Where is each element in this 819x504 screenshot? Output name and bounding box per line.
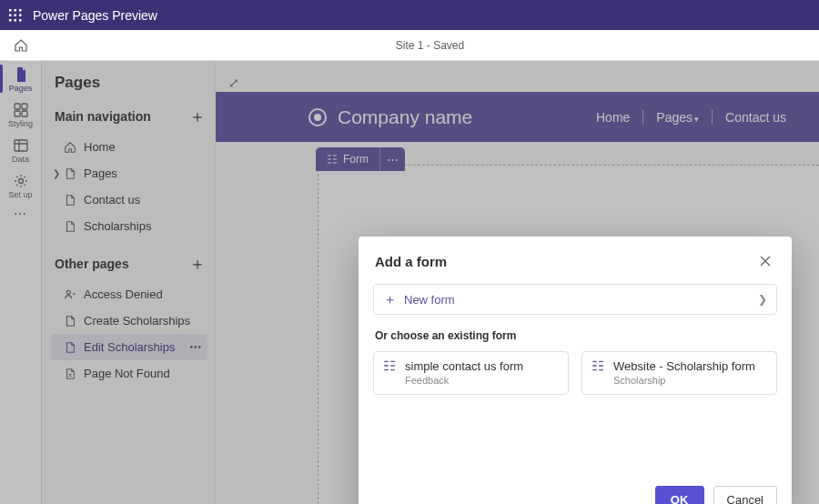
form-icon	[383, 359, 396, 387]
card-title: simple contact us form	[405, 359, 523, 374]
home-icon[interactable]	[0, 38, 41, 53]
product-name: Power Pages Preview	[33, 8, 157, 23]
chevron-right-icon: ❯	[758, 293, 767, 306]
choose-existing-label: Or choose an existing form	[375, 329, 777, 342]
dialog-title: Add a form	[375, 254, 755, 269]
titlebar: Power Pages Preview	[0, 0, 819, 30]
svg-rect-0	[9, 9, 12, 12]
svg-rect-2	[19, 9, 22, 12]
close-icon[interactable]	[755, 251, 775, 271]
breadcrumb-state: Saved	[433, 39, 464, 52]
card-subtitle: Scholarship	[613, 374, 755, 387]
new-form-button[interactable]: ＋ New form ❯	[373, 284, 777, 315]
existing-form-card[interactable]: Website - Scholarship form Scholarship	[581, 351, 777, 395]
ok-button[interactable]: OK	[655, 486, 704, 504]
svg-rect-7	[15, 19, 17, 22]
plus-icon: ＋	[383, 291, 397, 308]
svg-rect-8	[19, 19, 22, 22]
svg-rect-6	[9, 19, 12, 22]
svg-rect-5	[19, 14, 22, 16]
svg-rect-1	[15, 9, 17, 12]
form-icon	[592, 359, 604, 387]
breadcrumb: Site 1 - Saved	[41, 39, 819, 52]
breadcrumb-site: Site 1	[396, 39, 424, 52]
svg-rect-3	[9, 14, 12, 16]
main: Pages Styling Data Set up ⋯ Pages Main n…	[0, 61, 819, 504]
new-form-label: New form	[404, 293, 455, 307]
card-subtitle: Feedback	[405, 374, 523, 387]
waffle-icon[interactable]	[9, 9, 22, 22]
existing-form-card[interactable]: simple contact us form Feedback	[373, 351, 569, 395]
card-title: Website - Scholarship form	[613, 359, 755, 374]
topband: Site 1 - Saved	[0, 30, 819, 61]
add-form-dialog: Add a form ＋ New form ❯ Or choose an exi…	[359, 237, 792, 504]
svg-rect-4	[15, 14, 17, 16]
modal-scrim: Add a form ＋ New form ❯ Or choose an exi…	[0, 61, 819, 504]
cancel-button[interactable]: Cancel	[713, 486, 777, 504]
